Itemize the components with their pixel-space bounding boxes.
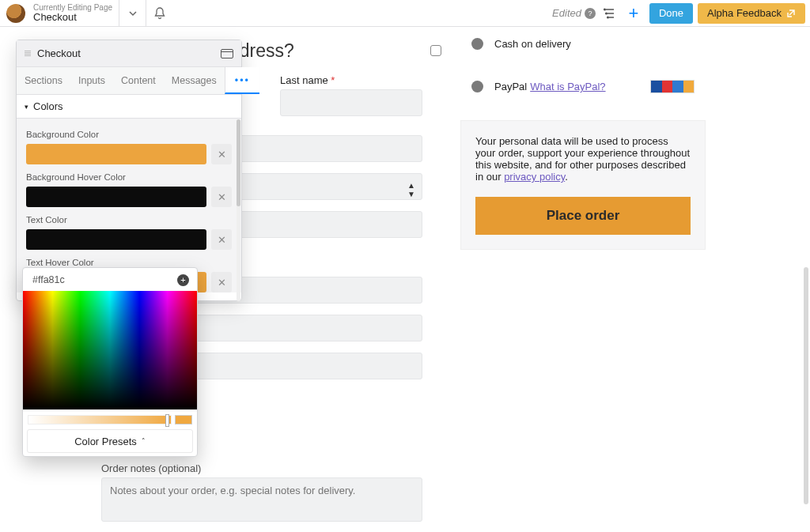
page-scrollbar[interactable] [804,30,808,520]
panel-scroll-thumb[interactable] [237,119,240,206]
colors-accordion[interactable]: ▾ Colors [17,95,241,119]
panel-header[interactable]: Checkout [17,40,241,67]
ship-different-checkbox[interactable] [430,45,441,56]
drag-handle-icon[interactable] [25,51,31,56]
breadcrumb[interactable]: Currently Editing Page Checkout [33,3,112,23]
color-picker: + Color Presets ˄ [22,267,198,457]
tab-more[interactable]: ••• [225,67,259,94]
payment-cod[interactable]: Cash on delivery [460,30,706,58]
current-color-swatch [175,415,192,424]
text-color-label: Text Color [26,215,232,224]
svg-point-2 [608,17,609,18]
clear-bg-color[interactable]: ✕ [211,144,232,164]
bg-color-label: Background Color [26,130,232,139]
order-notes: Order notes (optional) [101,462,422,524]
radio-icon [471,38,483,50]
bg-color-swatch[interactable] [26,144,206,164]
hex-input[interactable] [31,274,177,286]
settings-panel: Checkout Sections Inputs Content Message… [16,40,242,301]
svg-point-0 [604,9,606,10]
tab-inputs[interactable]: Inputs [70,67,113,94]
radio-icon [471,81,483,92]
breadcrumb-title: Checkout [33,12,112,23]
add-preset-button[interactable]: + [177,274,189,286]
privacy-notice: Your personal data will be used to proce… [460,120,706,250]
bg-hover-label: Background Hover Color [26,172,232,182]
text-hover-label: Text Hover Color [26,258,232,267]
privacy-link[interactable]: privacy policy [504,171,565,183]
bg-hover-swatch[interactable] [26,187,206,207]
clear-text-color[interactable]: ✕ [211,229,232,250]
clear-bg-hover[interactable]: ✕ [211,187,232,207]
outline-icon[interactable] [604,7,616,20]
help-icon[interactable]: ? [585,8,596,19]
top-bar: Currently Editing Page Checkout Edited ?… [0,0,810,27]
panel-tabs: Sections Inputs Content Messages ••• [17,67,241,95]
tab-messages[interactable]: Messages [164,67,225,94]
card-logos [650,80,695,93]
app-logo [6,4,25,23]
clear-text-hover[interactable]: ✕ [211,272,232,292]
color-gradient[interactable] [23,291,197,409]
checkout-sidebar: Cash on delivery PayPal What is PayPal? … [460,30,706,250]
tab-sections[interactable]: Sections [17,67,70,94]
done-button[interactable]: Done [649,3,693,24]
svg-point-1 [606,13,608,14]
breadcrumb-dropdown[interactable] [119,0,146,27]
payment-paypal[interactable]: PayPal What is PayPal? [460,72,706,101]
chevron-up-icon: ˄ [142,437,146,445]
panel-mode-icon[interactable] [221,49,233,58]
panel-title: Checkout [37,47,221,59]
alpha-slider[interactable] [28,414,192,425]
order-notes-label: Order notes (optional) [101,462,422,474]
last-name-input[interactable] [280,89,422,116]
notifications-icon[interactable] [146,0,172,27]
order-notes-textarea[interactable] [101,477,422,522]
edited-label: Edited [552,7,581,19]
paypal-help-link[interactable]: What is PayPal? [530,81,605,92]
chevron-down-icon: ▾ [25,103,28,111]
colors-body: Background Color ✕ Background Hover Colo… [17,119,241,292]
color-presets-toggle[interactable]: Color Presets ˄ [27,429,193,453]
page-scroll-thumb[interactable] [804,267,808,504]
alpha-feedback-button[interactable]: Alpha Feedback [698,3,805,24]
add-button[interactable]: + [623,3,645,24]
text-color-swatch[interactable] [26,229,206,250]
tab-content[interactable]: Content [113,67,164,94]
slider-knob[interactable] [165,414,169,427]
place-order-button[interactable]: Place order [475,197,691,235]
